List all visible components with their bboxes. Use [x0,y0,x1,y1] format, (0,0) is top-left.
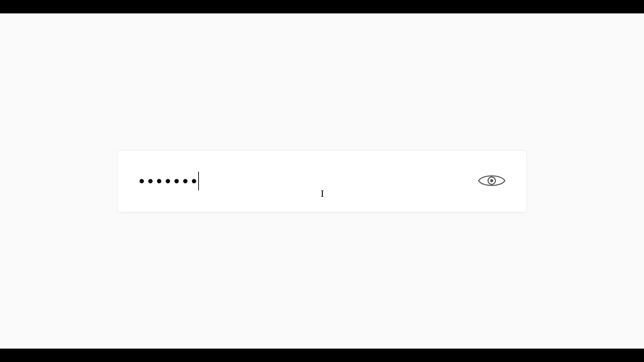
letterbox-top [0,0,644,13]
letterbox-bottom [0,349,644,362]
password-dot [148,179,153,183]
toggle-password-visibility-button[interactable] [477,173,506,189]
password-dot [157,179,161,183]
content-area [0,13,644,349]
password-dot [192,179,196,183]
text-cursor [198,172,199,190]
eye-icon [477,172,506,190]
password-input[interactable] [117,150,527,212]
password-dot [174,179,179,183]
password-dot [183,179,187,183]
svg-point-1 [490,179,493,182]
password-dot [140,179,144,183]
password-masked-value [140,179,196,183]
password-dot [166,179,170,183]
